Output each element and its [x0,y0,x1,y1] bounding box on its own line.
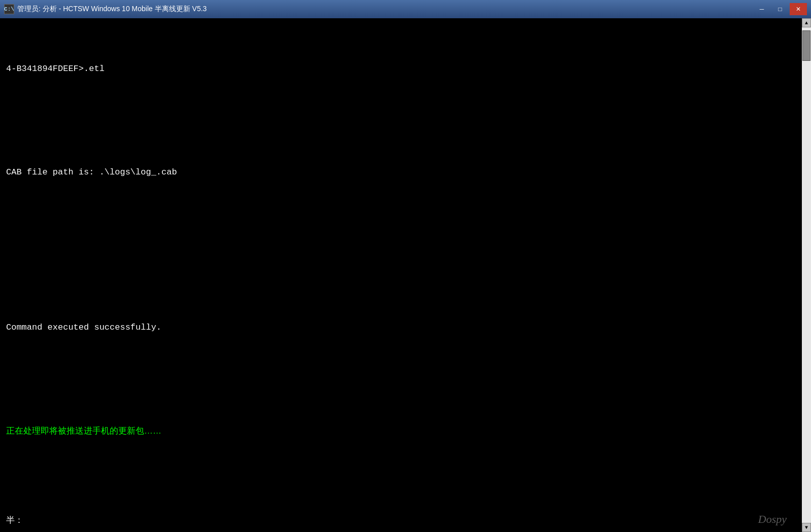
terminal-line-4 [6,218,796,231]
scroll-down-button[interactable]: ▼ [802,523,811,532]
terminal-line-7 [6,373,796,386]
terminal-line-3: CAB file path is: .\logs\log_.cab [6,166,796,179]
terminal-line-9 [6,477,796,490]
terminal-prompt: 半： [6,514,23,526]
minimize-button[interactable]: ─ [753,3,770,15]
window-title: 管理员: 分析 - HCTSW Windows 10 Mobile 半离线更新 … [17,5,753,14]
scroll-thumb[interactable] [802,30,810,61]
terminal-line-1: 4-B341894FDEEF>.etl [6,62,796,76]
terminal-container: 4-B341894FDEEF>.etl CAB file path is: .\… [0,18,811,532]
close-button[interactable]: ✕ [790,3,807,15]
terminal-main[interactable]: 4-B341894FDEEF>.etl CAB file path is: .\… [0,18,802,532]
terminal-output: 4-B341894FDEEF>.etl CAB file path is: .\… [6,23,796,532]
terminal-line-6: Command executed successfully. [6,321,796,334]
scroll-track[interactable] [802,27,811,523]
app-icon: C:\ [4,4,14,14]
scroll-up-button[interactable]: ▲ [802,18,811,27]
terminal-line-8: 正在处理即将被推送进手机的更新包…… [6,424,796,438]
terminal-line-2 [6,114,796,127]
scrollbar[interactable]: ▲ ▼ [802,18,811,532]
maximize-button[interactable]: □ [771,3,789,15]
terminal-line-5 [6,269,796,282]
title-bar: C:\ 管理员: 分析 - HCTSW Windows 10 Mobile 半离… [0,0,811,18]
terminal-line-10 [6,528,796,533]
window-controls: ─ □ ✕ [753,3,807,15]
